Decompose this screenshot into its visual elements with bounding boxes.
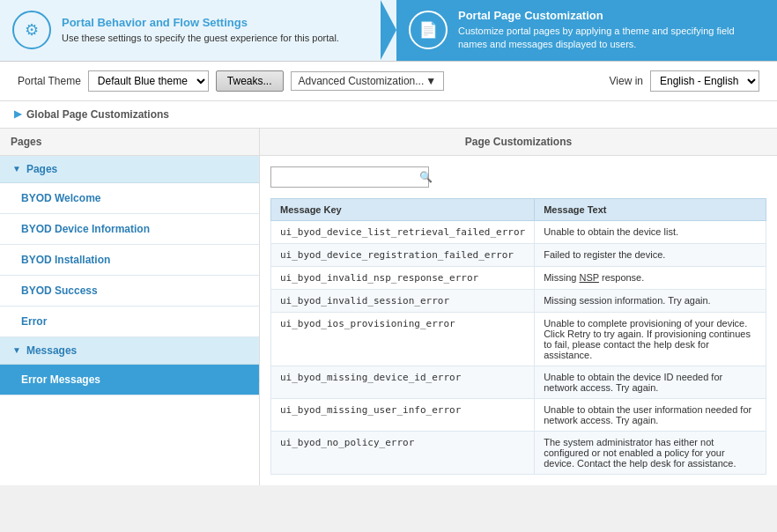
customization-title: Portal Page Customization — [458, 9, 765, 22]
message-key-cell[interactable]: ui_byod_device_registration_failed_error — [271, 243, 535, 266]
message-key-cell[interactable]: ui_byod_missing_device_id_error — [271, 366, 535, 398]
col-message-text: Message Text — [535, 198, 766, 220]
pages-section-label: Pages — [26, 163, 57, 175]
message-table: Message Key Message Text ui_byod_device_… — [270, 198, 766, 475]
right-panel-content: 🔍 Message Key Message Text ui_byod_devic… — [260, 156, 777, 485]
pages-section-header[interactable]: ▼ Pages — [0, 156, 259, 183]
behavior-icon: ⚙ — [12, 11, 51, 49]
customization-text: Portal Page Customization Customize port… — [458, 9, 765, 52]
main-content: Pages ▼ Pages BYOD Welcome BYOD Device I… — [0, 129, 777, 485]
advanced-customization-button[interactable]: Advanced Customization... ▼ — [291, 71, 445, 91]
global-page-customizations[interactable]: ▶ Global Page Customizations — [0, 101, 777, 129]
toolbar: Portal Theme Default Blue theme Tweaks..… — [0, 62, 777, 101]
message-text-cell: Unable to obtain the user information ne… — [535, 398, 766, 431]
nav-item-byod-welcome[interactable]: BYOD Welcome — [0, 183, 259, 214]
theme-label: Portal Theme — [18, 75, 81, 87]
message-key-cell[interactable]: ui_byod_device_list_retrieval_failed_err… — [271, 220, 535, 243]
search-input[interactable] — [271, 167, 414, 187]
message-key-cell[interactable]: ui_byod_ios_provisioning_error — [271, 312, 535, 366]
message-text-cell: Unable to complete provisioning of your … — [535, 312, 766, 366]
global-label: Global Page Customizations — [26, 108, 169, 121]
nav-item-error[interactable]: Error — [0, 307, 259, 337]
messages-section-header[interactable]: ▼ Messages — [0, 337, 259, 365]
behavior-text: Portal Behavior and Flow Settings Use th… — [62, 16, 339, 45]
table-row: ui_byod_invalid_nsp_response_errorMissin… — [271, 266, 766, 289]
message-key-cell[interactable]: ui_byod_no_policy_error — [271, 431, 535, 474]
messages-section-arrow: ▼ — [12, 345, 21, 355]
theme-select[interactable]: Default Blue theme — [88, 70, 209, 92]
customization-desc: Customize portal pages by applying a the… — [458, 25, 765, 52]
right-panel-header: Page Customizations — [260, 129, 777, 156]
left-panel: Pages ▼ Pages BYOD Welcome BYOD Device I… — [0, 129, 260, 485]
message-key-cell[interactable]: ui_byod_invalid_session_error — [271, 289, 535, 312]
adv-dropdown-icon: ▼ — [426, 75, 436, 87]
page-header: ⚙ Portal Behavior and Flow Settings Use … — [0, 0, 777, 62]
tweaks-button[interactable]: Tweaks... — [216, 70, 284, 92]
behavior-title: Portal Behavior and Flow Settings — [62, 16, 339, 29]
table-row: ui_byod_missing_device_id_errorUnable to… — [271, 366, 766, 398]
search-bar: 🔍 — [270, 166, 429, 188]
search-icon: 🔍 — [414, 167, 438, 187]
table-row: ui_byod_device_list_retrieval_failed_err… — [271, 220, 766, 243]
global-expand-arrow: ▶ — [14, 108, 21, 120]
header-behavior-section[interactable]: ⚙ Portal Behavior and Flow Settings Use … — [0, 0, 381, 61]
message-text-cell: The system administrator has either not … — [535, 431, 766, 474]
header-divider — [381, 0, 396, 60]
right-panel: Page Customizations 🔍 Message Key Messag… — [260, 129, 777, 485]
view-select[interactable]: English - English — [650, 70, 759, 92]
behavior-desc: Use these settings to specify the guest … — [62, 32, 339, 45]
table-row: ui_byod_no_policy_errorThe system admini… — [271, 431, 766, 474]
nav-item-error-messages[interactable]: Error Messages — [0, 365, 259, 395]
table-row: ui_byod_invalid_session_errorMissing ses… — [271, 289, 766, 312]
left-panel-header: Pages — [0, 129, 259, 156]
messages-section-label: Messages — [26, 344, 77, 357]
table-row: ui_byod_missing_user_info_errorUnable to… — [271, 398, 766, 431]
col-message-key: Message Key — [271, 198, 535, 220]
message-text-cell: Unable to obtain the device ID needed fo… — [535, 366, 766, 398]
table-row: ui_byod_device_registration_failed_error… — [271, 243, 766, 266]
message-text-cell: Missing NSP response. — [535, 266, 766, 289]
message-text-cell: Missing session information. Try again. — [535, 289, 766, 312]
pages-section-arrow: ▼ — [12, 164, 21, 174]
message-text-cell: Failed to register the device. — [535, 243, 766, 266]
nav-item-byod-installation[interactable]: BYOD Installation — [0, 245, 259, 276]
nav-item-byod-success[interactable]: BYOD Success — [0, 276, 259, 307]
customization-icon: 📄 — [409, 11, 448, 49]
message-text-cell: Unable to obtain the device list. — [535, 220, 766, 243]
header-customization-section[interactable]: 📄 Portal Page Customization Customize po… — [396, 0, 777, 61]
nav-item-byod-device-info[interactable]: BYOD Device Information — [0, 214, 259, 245]
message-key-cell[interactable]: ui_byod_invalid_nsp_response_error — [271, 266, 535, 289]
table-row: ui_byod_ios_provisioning_errorUnable to … — [271, 312, 766, 366]
message-key-cell[interactable]: ui_byod_missing_user_info_error — [271, 398, 535, 431]
view-label: View in — [610, 75, 643, 87]
